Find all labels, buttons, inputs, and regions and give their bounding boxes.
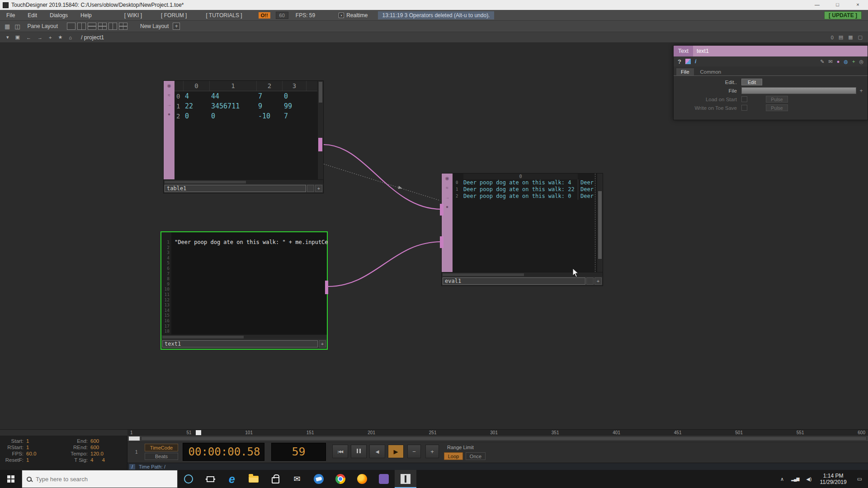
text1-editor[interactable]: "Deer poop dog ate on this walk: " + me.… bbox=[171, 232, 327, 334]
realtime-checkbox-icon[interactable]: × bbox=[339, 13, 344, 18]
menu-item[interactable]: Dialogs bbox=[43, 12, 74, 19]
breadcrumb[interactable]: / project1 bbox=[81, 34, 104, 41]
tab-common[interactable]: Common bbox=[696, 68, 726, 75]
text1-output-connector[interactable] bbox=[325, 281, 328, 294]
scrollbar-handle[interactable] bbox=[443, 273, 524, 276]
file-picker-icon[interactable]: + bbox=[859, 88, 864, 94]
update-button[interactable]: [ UPDATE ] bbox=[824, 11, 862, 19]
table1-vscrollbar[interactable] bbox=[317, 81, 323, 179]
path-slash-chip[interactable]: / bbox=[129, 464, 135, 469]
range-slider-track[interactable] bbox=[141, 436, 867, 441]
setting-value[interactable]: 1 bbox=[26, 457, 56, 463]
setting-value[interactable]: 120.0 bbox=[90, 451, 127, 456]
text1-hscrollbar[interactable] bbox=[161, 334, 327, 339]
maximize-icon[interactable]: □ bbox=[827, 0, 848, 10]
thunderbird-app-button[interactable] bbox=[308, 470, 330, 488]
timeline-settings[interactable]: Start: 1 End: 600 RStart: 1 REnd: 600 FP… bbox=[0, 436, 127, 470]
parameter-header[interactable]: Text text1 bbox=[674, 46, 868, 56]
pane-split-icon[interactable]: ◫ bbox=[14, 23, 20, 30]
layout-preset-5[interactable] bbox=[108, 23, 117, 30]
edge-app-button[interactable]: e bbox=[221, 470, 243, 488]
performance-badge[interactable]: O!! bbox=[259, 12, 270, 19]
loop-button[interactable]: Loop bbox=[444, 452, 463, 460]
node-add-button[interactable]: + bbox=[594, 277, 602, 285]
dot-flag-icon[interactable]: ● bbox=[446, 205, 448, 209]
target-icon[interactable]: ◎ bbox=[859, 59, 863, 65]
scrollbar-handle[interactable] bbox=[319, 82, 322, 103]
timeline-ruler[interactable]: 151101151201251301351401451501551600 bbox=[127, 430, 868, 436]
wire-text1-eval1[interactable] bbox=[328, 242, 441, 286]
realtime-toggle[interactable]: × Realtime bbox=[339, 12, 368, 19]
display-flag-icon[interactable]: ◉ bbox=[445, 176, 449, 181]
jump-start-button[interactable]: |◀◀ bbox=[332, 445, 348, 458]
close-icon[interactable]: × bbox=[848, 0, 868, 10]
volume-icon[interactable]: ◀) bbox=[802, 476, 815, 482]
tray-expand-icon[interactable]: ∧ bbox=[777, 476, 788, 482]
start-button[interactable] bbox=[0, 470, 22, 488]
add-parameter-icon[interactable]: + bbox=[852, 59, 855, 64]
setting-value[interactable]: 1 bbox=[26, 445, 56, 450]
layout-preset-4[interactable] bbox=[98, 23, 107, 30]
minimize-icon[interactable]: — bbox=[807, 0, 827, 10]
touchdesigner-app-button[interactable] bbox=[395, 470, 416, 488]
network-editor[interactable]: ◉ ≈ → ● 0123 0 4 44 7 0 1 bbox=[0, 43, 868, 429]
search-input[interactable] bbox=[36, 476, 158, 483]
menu-item[interactable]: Edit bbox=[21, 12, 43, 19]
decrement-frame-button[interactable]: − bbox=[407, 445, 421, 458]
store-app-button[interactable] bbox=[264, 470, 286, 488]
back-icon[interactable]: ← bbox=[26, 35, 31, 40]
cortana-button[interactable] bbox=[178, 470, 199, 488]
chrome-app-button[interactable] bbox=[330, 470, 351, 488]
write-on-save-toggle[interactable] bbox=[741, 105, 747, 111]
forward-icon[interactable]: → bbox=[38, 35, 42, 40]
info-icon[interactable]: i bbox=[695, 58, 696, 65]
eval1-vscrollbar[interactable] bbox=[597, 174, 603, 272]
comment-icon[interactable]: ✉ bbox=[828, 59, 832, 65]
scrollbar-handle[interactable] bbox=[598, 191, 602, 259]
once-button[interactable]: Once bbox=[466, 452, 486, 460]
scrollbar-handle[interactable] bbox=[165, 181, 246, 183]
language-icon[interactable] bbox=[685, 59, 691, 64]
table1-hscrollbar[interactable] bbox=[164, 179, 323, 184]
network-icon[interactable]: ▂▄▆ bbox=[788, 477, 802, 481]
file-field[interactable] bbox=[741, 87, 856, 94]
eval1-input2-connector[interactable] bbox=[440, 236, 443, 248]
node-name-field[interactable]: text1 bbox=[162, 340, 318, 347]
taskbar-search[interactable] bbox=[22, 470, 178, 488]
link-item[interactable]: [ WIKI ] bbox=[124, 12, 142, 19]
playhead-marker[interactable] bbox=[196, 430, 201, 435]
file-explorer-button[interactable] bbox=[243, 470, 264, 488]
beats-mode-button[interactable]: Beats bbox=[145, 453, 178, 460]
link-item[interactable]: [ FORUM ] bbox=[161, 12, 187, 19]
load-on-start-toggle[interactable] bbox=[741, 96, 747, 102]
frame-icon[interactable]: ▣ bbox=[15, 34, 20, 40]
fps-target[interactable]: 60 bbox=[276, 12, 288, 19]
add-layout-button[interactable]: + bbox=[173, 23, 180, 30]
menu-item[interactable]: File bbox=[0, 12, 21, 19]
dropdown-icon[interactable]: ▾ bbox=[6, 34, 9, 40]
wave-flag-icon[interactable]: ≈ bbox=[446, 186, 448, 190]
home-icon[interactable]: ⌂ bbox=[69, 35, 72, 40]
arrow-flag-icon[interactable]: → bbox=[445, 195, 449, 200]
layout-preset-2[interactable] bbox=[77, 23, 86, 30]
timecode-mode-button[interactable]: TimeCode bbox=[145, 444, 178, 451]
wave-flag-icon[interactable]: ≈ bbox=[168, 93, 170, 98]
node-table1[interactable]: ◉ ≈ → ● 0123 0 4 44 7 0 1 bbox=[163, 80, 324, 193]
expression-pencil-icon[interactable]: ✎ bbox=[820, 59, 824, 65]
arrow-flag-icon[interactable]: → bbox=[167, 103, 171, 107]
link-item[interactable]: [ TUTORIALS ] bbox=[206, 12, 242, 19]
palette-icon[interactable]: ● bbox=[837, 59, 840, 64]
setting-value[interactable]: 600 bbox=[90, 438, 127, 444]
node-name-field[interactable]: eval1 bbox=[443, 277, 585, 285]
purple-app-button[interactable] bbox=[373, 470, 395, 488]
pause-button[interactable] bbox=[351, 445, 367, 458]
task-view-button[interactable] bbox=[199, 470, 221, 488]
notification-center-icon[interactable]: ▭ bbox=[851, 476, 868, 482]
node-options-button[interactable] bbox=[307, 185, 314, 192]
setting-value[interactable]: 1 bbox=[26, 438, 56, 444]
table1-output-connector[interactable] bbox=[318, 138, 322, 151]
globe-icon[interactable]: ◍ bbox=[844, 59, 848, 65]
dot-flag-icon[interactable]: ● bbox=[168, 112, 170, 117]
setting-value[interactable]: 600 bbox=[90, 445, 127, 450]
node-name-field[interactable]: table1 bbox=[165, 185, 306, 192]
